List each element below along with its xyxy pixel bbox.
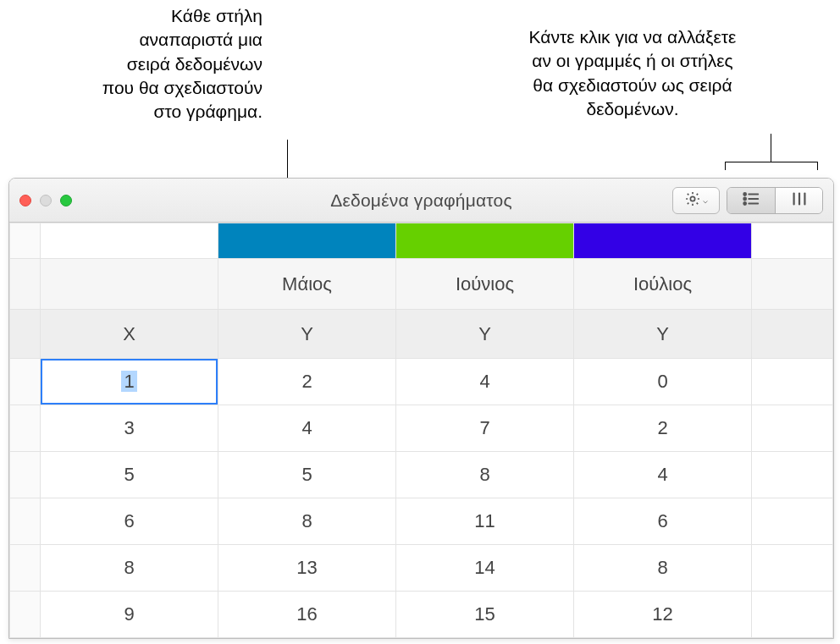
empty-cell <box>752 259 833 310</box>
empty-cell <box>752 592 833 638</box>
columns-icon <box>790 191 809 210</box>
data-cell[interactable]: 8 <box>218 498 396 545</box>
series-color-swatch[interactable] <box>396 223 574 259</box>
window-title: Δεδομένα γραφήματος <box>330 190 511 211</box>
data-cell[interactable]: 7 <box>396 405 574 452</box>
data-cell-selected[interactable]: 1 <box>41 359 218 405</box>
chevron-down-icon: ⌵ <box>703 195 708 205</box>
series-orientation-toggle <box>727 187 823 214</box>
data-cell[interactable]: 12 <box>574 592 752 638</box>
data-cell[interactable]: 2 <box>574 405 752 452</box>
gear-icon <box>684 190 701 211</box>
empty-cell <box>752 405 833 452</box>
corner-cell <box>41 223 218 259</box>
empty-cell <box>752 545 833 592</box>
axis-label-cell[interactable]: Y <box>218 310 396 359</box>
zoom-icon[interactable] <box>60 195 72 206</box>
row-header <box>10 259 41 310</box>
svg-point-3 <box>743 197 746 200</box>
plot-columns-button[interactable] <box>775 188 822 213</box>
minimize-icon <box>40 195 52 206</box>
window-controls <box>19 195 72 206</box>
row-header <box>10 310 41 359</box>
data-cell[interactable]: 8 <box>574 545 752 592</box>
data-cell[interactable]: 4 <box>396 359 574 405</box>
chart-data-window: Δεδομένα γραφήματος ⌵ <box>8 178 834 639</box>
data-cell[interactable]: 9 <box>41 592 218 638</box>
callout-column-series: Κάθε στήλη αναπαριστά μια σειρά δεδομένω… <box>51 4 262 124</box>
column-header[interactable]: Ιούνιος <box>396 259 574 310</box>
data-grid: Μάιος Ιούνιος Ιούλιος X Y Y Y 1 2 4 0 <box>9 223 833 638</box>
data-cell[interactable]: 3 <box>41 405 218 452</box>
column-header[interactable]: Ιούλιος <box>574 259 752 310</box>
axis-label-cell[interactable]: Y <box>574 310 752 359</box>
row-header <box>10 452 41 498</box>
data-cell[interactable]: 5 <box>218 452 396 498</box>
close-icon[interactable] <box>19 195 31 206</box>
svg-point-0 <box>690 196 694 201</box>
data-cell[interactable]: 11 <box>396 498 574 545</box>
callout-row-col-toggle: Κάντε κλικ για να αλλάξετε αν οι γραμμές… <box>442 25 823 121</box>
data-cell[interactable]: 2 <box>218 359 396 405</box>
series-color-swatch[interactable] <box>574 223 752 259</box>
row-header <box>10 359 41 405</box>
data-cell[interactable]: 5 <box>41 452 218 498</box>
titlebar: Δεδομένα γραφήματος ⌵ <box>9 179 833 223</box>
empty-cell <box>752 310 833 359</box>
row-header <box>10 498 41 545</box>
empty-cell <box>752 452 833 498</box>
empty-cell <box>752 359 833 405</box>
rows-icon <box>742 191 760 210</box>
series-color-swatch[interactable] <box>218 223 396 259</box>
corner-cell <box>10 223 41 259</box>
data-cell[interactable]: 13 <box>218 545 396 592</box>
data-cell[interactable]: 15 <box>396 592 574 638</box>
leader-line <box>725 162 818 162</box>
row-header <box>10 405 41 452</box>
data-cell[interactable]: 0 <box>574 359 752 405</box>
row-header <box>10 592 41 638</box>
leader-line <box>817 162 818 170</box>
empty-header[interactable] <box>41 259 218 310</box>
data-cell[interactable]: 16 <box>218 592 396 638</box>
plot-rows-button[interactable] <box>727 188 775 213</box>
empty-cell <box>752 498 833 545</box>
row-header <box>10 545 41 592</box>
data-cell[interactable]: 8 <box>41 545 218 592</box>
data-cell[interactable]: 4 <box>218 405 396 452</box>
axis-label-cell[interactable]: X <box>41 310 218 359</box>
data-cell[interactable]: 4 <box>574 452 752 498</box>
data-cell[interactable]: 6 <box>574 498 752 545</box>
axis-label-cell[interactable]: Y <box>396 310 574 359</box>
data-table: Μάιος Ιούνιος Ιούλιος X Y Y Y 1 2 4 0 <box>9 223 833 638</box>
data-cell[interactable]: 8 <box>396 452 574 498</box>
svg-point-1 <box>743 193 746 195</box>
data-cell[interactable]: 6 <box>41 498 218 545</box>
leader-line <box>725 162 726 170</box>
leader-line <box>771 134 771 162</box>
settings-button[interactable]: ⌵ <box>672 187 720 214</box>
svg-point-5 <box>743 202 746 205</box>
empty-cell <box>752 223 833 259</box>
column-header[interactable]: Μάιος <box>218 259 396 310</box>
data-cell[interactable]: 14 <box>396 545 574 592</box>
